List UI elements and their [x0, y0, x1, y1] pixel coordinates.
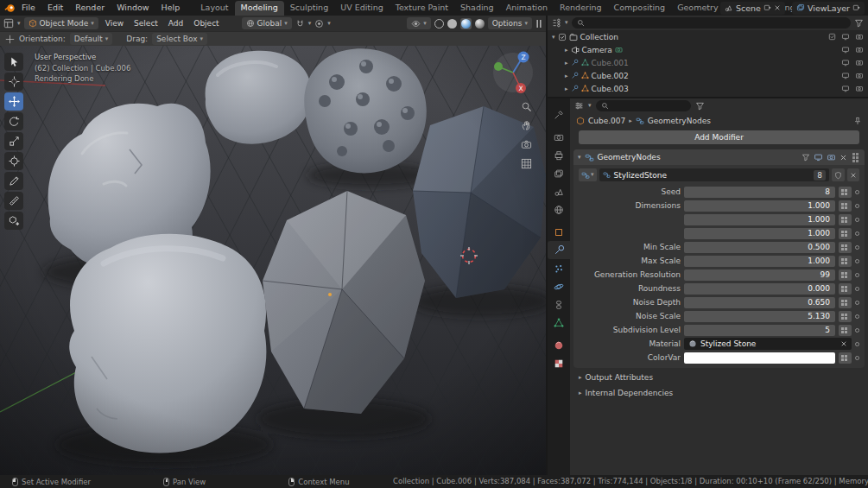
viewport-scene[interactable] — [0, 46, 546, 475]
expand-arrow-icon[interactable]: ▸ — [565, 86, 568, 92]
wireframe-shading-icon[interactable] — [434, 19, 444, 29]
camera-view-icon[interactable] — [521, 139, 532, 150]
menu-select[interactable]: Select — [130, 19, 162, 28]
outliner-row-collection[interactable]: ▾ Collection — [548, 30, 868, 43]
tab-object-properties[interactable] — [548, 223, 570, 241]
render-visibility-icon[interactable] — [855, 46, 864, 54]
decorator-dot[interactable] — [855, 356, 859, 360]
rendered-shading-icon[interactable] — [475, 19, 485, 29]
expand-arrow-icon[interactable]: ▸ — [565, 73, 568, 79]
decorator-dot[interactable] — [855, 218, 859, 222]
colorvar-swatch[interactable] — [684, 352, 835, 364]
annotate-tool[interactable] — [4, 172, 23, 190]
noise-scale-input[interactable]: 5.130 — [684, 311, 835, 322]
new-scene-icon[interactable] — [763, 4, 771, 12]
orientation-setting-dropdown[interactable]: Default ▾ — [70, 33, 112, 45]
measure-tool[interactable] — [4, 192, 23, 210]
exclude-checkbox-icon[interactable] — [828, 33, 836, 41]
display-viewport-icon[interactable] — [814, 153, 823, 162]
proportional-edit-icon[interactable] — [314, 19, 324, 29]
tab-particle-properties[interactable] — [548, 259, 570, 277]
viewport-visibility-icon[interactable] — [841, 46, 850, 54]
drag-handle-icon[interactable] — [856, 153, 858, 155]
new-viewlayer-icon[interactable] — [852, 4, 860, 12]
pin-icon[interactable] — [853, 117, 862, 125]
cursor-tool[interactable] — [4, 73, 23, 91]
dimensions-z-input[interactable]: 1.000 — [684, 228, 835, 239]
input-attribute-toggle-icon[interactable] — [839, 256, 852, 267]
viewport-visibility-icon[interactable] — [841, 59, 850, 67]
decorator-dot[interactable] — [855, 328, 859, 333]
unlink-node-group-button[interactable] — [847, 168, 859, 181]
outliner-row-cube-003[interactable]: ▸ Cube.003 — [548, 82, 868, 95]
breadcrumb-modifier[interactable]: GeometryNodes — [648, 117, 711, 125]
transform-tool[interactable] — [4, 152, 23, 170]
tab-layout[interactable]: Layout — [194, 1, 234, 16]
modifier-panel-header[interactable]: ▾ GeometryNodes — [573, 149, 865, 165]
viewport-visibility-icon[interactable] — [841, 33, 850, 41]
viewlayer-selector[interactable]: ViewLayer — [792, 2, 865, 15]
tab-world-properties[interactable] — [548, 200, 570, 219]
tab-animation[interactable]: Animation — [500, 1, 554, 16]
scale-tool[interactable] — [4, 132, 23, 150]
snap-magnet-icon[interactable] — [295, 19, 305, 29]
outliner-editor-icon[interactable] — [552, 18, 561, 28]
render-visibility-icon[interactable] — [855, 33, 864, 41]
breadcrumb-object[interactable]: Cube.007 — [588, 117, 625, 125]
tab-modifier-properties[interactable] — [548, 241, 570, 259]
input-attribute-toggle-icon[interactable] — [839, 214, 852, 225]
menu-view[interactable]: View — [102, 19, 127, 28]
max-scale-input[interactable]: 1.000 — [684, 256, 835, 267]
decorator-dot[interactable] — [855, 314, 859, 319]
tab-tool-properties[interactable] — [548, 105, 570, 124]
decorator-dot[interactable] — [855, 342, 859, 346]
input-attribute-toggle-icon[interactable] — [839, 311, 852, 322]
transform-orientation-selector[interactable]: Global ▾ — [242, 17, 292, 29]
decorator-dot[interactable] — [855, 259, 859, 263]
tab-modeling[interactable]: Modeling — [235, 1, 284, 16]
rotate-tool[interactable] — [4, 112, 23, 130]
mode-selector[interactable]: Object Mode ▾ — [24, 17, 98, 29]
subdivision-level-input[interactable]: 5 — [684, 325, 835, 336]
move-tool[interactable] — [4, 92, 23, 111]
input-attribute-toggle-icon[interactable] — [839, 200, 852, 212]
tab-object-data-properties[interactable] — [548, 314, 570, 332]
expand-arrow-icon[interactable]: ▸ — [565, 60, 568, 67]
collapse-arrow-icon[interactable]: ▾ — [578, 154, 581, 161]
node-group-users-count[interactable]: 8 — [814, 170, 826, 181]
input-attribute-toggle-icon[interactable] — [839, 352, 852, 364]
browse-node-group-button[interactable]: ▾ — [579, 168, 597, 181]
navigation-gizmo[interactable]: Z X — [491, 50, 535, 95]
unlink-material-icon[interactable] — [840, 340, 847, 347]
menu-help[interactable]: Help — [155, 0, 187, 16]
snap-options-chevron-icon[interactable]: ▾ — [308, 21, 312, 27]
section-output-attributes[interactable]: ▸Output Attributes — [570, 371, 868, 383]
menu-render[interactable]: Render — [69, 0, 111, 16]
tab-uv-editing[interactable]: UV Editing — [334, 1, 390, 16]
decorator-dot[interactable] — [855, 287, 859, 291]
render-visibility-icon[interactable] — [855, 72, 864, 79]
input-attribute-toggle-icon[interactable] — [839, 325, 852, 336]
pan-hand-icon[interactable] — [521, 120, 532, 131]
tab-scene-properties[interactable] — [548, 182, 570, 200]
outliner-row-camera[interactable]: ▸ Camera — [548, 43, 868, 56]
input-attribute-toggle-icon[interactable] — [839, 242, 852, 253]
toggle-perspective-grid-icon[interactable] — [521, 158, 532, 169]
material-preview-shading-icon[interactable] — [460, 18, 472, 29]
viewport-visibility-icon[interactable] — [841, 72, 850, 79]
close-scene-icon[interactable] — [774, 4, 781, 11]
tab-texture-paint[interactable]: Texture Paint — [390, 1, 454, 16]
section-internal-dependencies[interactable]: ▸Internal Dependencies — [570, 386, 868, 399]
menu-file[interactable]: File — [16, 0, 41, 16]
select-box-tool[interactable] — [4, 53, 23, 71]
input-attribute-toggle-icon[interactable] — [839, 269, 852, 281]
viewport-visibility-icon[interactable] — [841, 85, 850, 92]
input-attribute-toggle-icon[interactable] — [839, 283, 852, 295]
visibility-dropdown[interactable]: ▾ — [407, 17, 431, 29]
input-attribute-toggle-icon[interactable] — [839, 228, 852, 239]
options-dropdown[interactable]: Options ▾ — [488, 17, 532, 29]
add-cube-tool[interactable] — [4, 212, 23, 230]
filter-icon[interactable] — [695, 101, 705, 111]
scene-selector[interactable]: Scene — [720, 2, 785, 15]
outliner-row-cube-001[interactable]: ▸ Cube.001 — [548, 56, 868, 69]
